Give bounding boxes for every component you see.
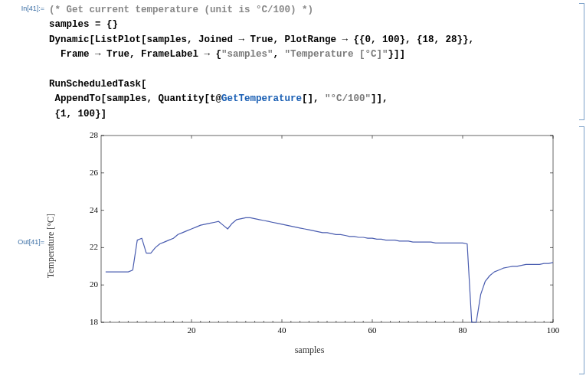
output-cell: Out[41]= Temperature [°C] samples 182022… bbox=[0, 123, 586, 377]
input-label: In[41]:= bbox=[0, 3, 49, 12]
svg-text:28: 28 bbox=[90, 131, 99, 139]
svg-text:24: 24 bbox=[90, 205, 99, 214]
y-axis-label: Temperature [°C] bbox=[45, 214, 57, 278]
cell-bracket-icon[interactable] bbox=[579, 3, 584, 120]
svg-text:20: 20 bbox=[90, 279, 99, 289]
svg-text:26: 26 bbox=[90, 168, 99, 177]
svg-text:80: 80 bbox=[459, 325, 468, 335]
svg-text:40: 40 bbox=[278, 325, 287, 335]
output-label: Out[41]= bbox=[0, 131, 49, 246]
svg-text:60: 60 bbox=[368, 325, 378, 335]
svg-text:20: 20 bbox=[188, 325, 197, 335]
x-axis-label: samples bbox=[295, 345, 325, 356]
cell-bracket-icon[interactable] bbox=[579, 126, 584, 374]
svg-text:18: 18 bbox=[90, 317, 99, 326]
svg-text:100: 100 bbox=[547, 325, 559, 335]
code-comment: (* Get current temperature (unit is °C/1… bbox=[49, 5, 313, 15]
plot-svg: 18202224262820406080100 bbox=[81, 131, 559, 344]
svg-rect-0 bbox=[101, 136, 553, 322]
svg-text:22: 22 bbox=[90, 242, 98, 251]
input-cell[interactable]: In[41]:= (* Get current temperature (uni… bbox=[0, 0, 586, 123]
code-block[interactable]: (* Get current temperature (unit is °C/1… bbox=[49, 3, 575, 122]
temperature-plot: Temperature [°C] samples 182022242628204… bbox=[57, 131, 562, 361]
